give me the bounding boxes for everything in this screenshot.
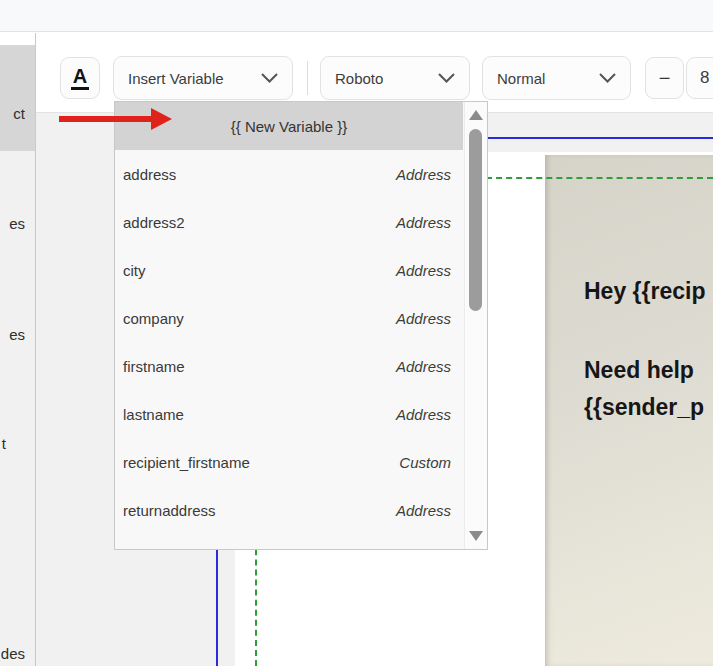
sidebar-selected-item-highlight[interactable] (0, 45, 35, 151)
chevron-down-icon (261, 73, 278, 83)
variable-type: Address (396, 358, 451, 375)
variable-menu-item[interactable]: address2 Address (115, 198, 463, 246)
scrollbar-thumb[interactable] (469, 129, 482, 311)
variable-type: Address (396, 502, 451, 519)
font-family-select[interactable]: Roboto (320, 56, 470, 100)
toolbar-divider (307, 61, 308, 95)
variable-menu-item[interactable]: company Address (115, 294, 463, 342)
variable-type: Address (396, 406, 451, 423)
email-greeting-text[interactable]: Hey {{recip (584, 278, 705, 305)
top-bar (0, 0, 713, 32)
email-body-text[interactable]: Need help {{sender_p (584, 352, 704, 426)
left-sidebar: ct es es t des (0, 33, 36, 666)
variable-menu-item[interactable]: lastname Address (115, 390, 463, 438)
variable-menu-item[interactable]: recipient_firstname Custom (115, 438, 463, 486)
variable-type: Address (396, 310, 451, 327)
variable-menu-item[interactable]: firstname Address (115, 342, 463, 390)
variable-name: address2 (123, 214, 185, 231)
text-style-select[interactable]: Normal (482, 56, 631, 100)
text-style-value: Normal (497, 70, 545, 87)
chevron-down-icon (599, 73, 616, 83)
minus-icon: − (659, 67, 671, 90)
scroll-up-icon[interactable] (469, 110, 483, 120)
variable-name: recipient_firstname (123, 454, 250, 471)
text-color-icon: A (71, 66, 89, 90)
font-family-value: Roboto (335, 70, 383, 87)
variable-menu-item[interactable]: address Address (115, 150, 463, 198)
variable-menu-item[interactable]: city Address (115, 246, 463, 294)
decrease-font-size-button[interactable]: − (645, 57, 684, 99)
font-size-value: 8 (700, 68, 709, 88)
email-body-line: {{sender_p (584, 389, 704, 426)
variable-name: address (123, 166, 176, 183)
insert-variable-dropdown-button[interactable]: Insert Variable (113, 56, 293, 100)
email-body-line: Need help (584, 352, 704, 389)
variable-type: Custom (399, 454, 451, 471)
variable-menu-item[interactable]: returnaddress Address (115, 486, 463, 534)
sidebar-item-fragment[interactable]: des (1, 645, 25, 662)
variable-name: lastname (123, 406, 184, 423)
scroll-down-icon[interactable] (469, 531, 483, 541)
font-size-value-box[interactable]: 8 (686, 57, 713, 99)
variable-type: Address (396, 166, 451, 183)
variable-type: Address (396, 214, 451, 231)
variable-name: company (123, 310, 184, 327)
insert-variable-label: Insert Variable (128, 70, 224, 87)
sidebar-spacer (0, 33, 35, 45)
variable-name: firstname (123, 358, 185, 375)
sidebar-item-fragment[interactable]: es (9, 326, 25, 343)
sidebar-item-fragment[interactable]: es (9, 215, 25, 232)
variable-type: Address (396, 262, 451, 279)
new-variable-label: {{ New Variable }} (231, 118, 347, 135)
new-variable-menu-item[interactable]: {{ New Variable }} (115, 102, 463, 150)
chevron-down-icon (438, 73, 455, 83)
sidebar-item-fragment[interactable]: ct (13, 105, 25, 122)
text-color-button[interactable]: A (60, 57, 100, 99)
variable-list: {{ New Variable }} address Address addre… (115, 102, 463, 534)
dropdown-scrollbar[interactable] (464, 102, 487, 549)
variable-name: returnaddress (123, 502, 216, 519)
insert-variable-menu: {{ New Variable }} address Address addre… (114, 101, 488, 550)
sidebar-link-fragment[interactable]: t (2, 435, 6, 452)
variable-name: city (123, 262, 146, 279)
